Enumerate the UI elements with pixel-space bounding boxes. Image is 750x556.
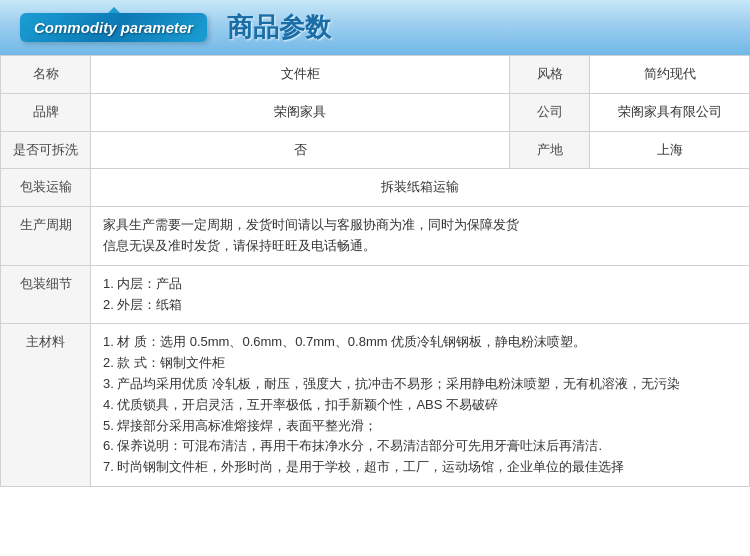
value-brand: 荣阁家具 xyxy=(91,93,510,131)
commodity-badge: Commodity parameter xyxy=(20,13,207,42)
value-main-material: 1. 材 质：选用 0.5mm、0.6mm、0.7mm、0.8mm 优质冷轧钢钢… xyxy=(91,324,750,487)
label-name: 名称 xyxy=(1,56,91,94)
table-row: 生产周期 家具生产需要一定周期，发货时间请以与客服协商为准，同时为保障发货信息无… xyxy=(1,207,750,266)
header-section: Commodity parameter 商品参数 xyxy=(0,0,750,55)
value-origin: 上海 xyxy=(590,131,750,169)
value-production-cycle: 家具生产需要一定周期，发货时间请以与客服协商为准，同时为保障发货信息无误及准时发… xyxy=(91,207,750,266)
page-title: 商品参数 xyxy=(227,10,331,45)
value-style: 简约现代 xyxy=(590,56,750,94)
label-disassemble: 是否可拆洗 xyxy=(1,131,91,169)
label-company: 公司 xyxy=(510,93,590,131)
label-packaging: 包装运输 xyxy=(1,169,91,207)
label-main-material: 主材料 xyxy=(1,324,91,487)
label-brand: 品牌 xyxy=(1,93,91,131)
label-production-cycle: 生产周期 xyxy=(1,207,91,266)
value-disassemble: 否 xyxy=(91,131,510,169)
table-row: 包装运输 拆装纸箱运输 xyxy=(1,169,750,207)
value-name: 文件柜 xyxy=(91,56,510,94)
table-row: 名称 文件柜 风格 简约现代 xyxy=(1,56,750,94)
value-packaging: 拆装纸箱运输 xyxy=(91,169,750,207)
label-origin: 产地 xyxy=(510,131,590,169)
table-row: 是否可拆洗 否 产地 上海 xyxy=(1,131,750,169)
parameter-table: 名称 文件柜 风格 简约现代 品牌 荣阁家具 公司 荣阁家具有限公司 是否可拆洗… xyxy=(0,55,750,487)
label-style: 风格 xyxy=(510,56,590,94)
value-company: 荣阁家具有限公司 xyxy=(590,93,750,131)
label-pack-detail: 包装细节 xyxy=(1,265,91,324)
table-row: 主材料 1. 材 质：选用 0.5mm、0.6mm、0.7mm、0.8mm 优质… xyxy=(1,324,750,487)
table-row: 包装细节 1. 内层：产品2. 外层：纸箱 xyxy=(1,265,750,324)
table-row: 品牌 荣阁家具 公司 荣阁家具有限公司 xyxy=(1,93,750,131)
value-pack-detail: 1. 内层：产品2. 外层：纸箱 xyxy=(91,265,750,324)
